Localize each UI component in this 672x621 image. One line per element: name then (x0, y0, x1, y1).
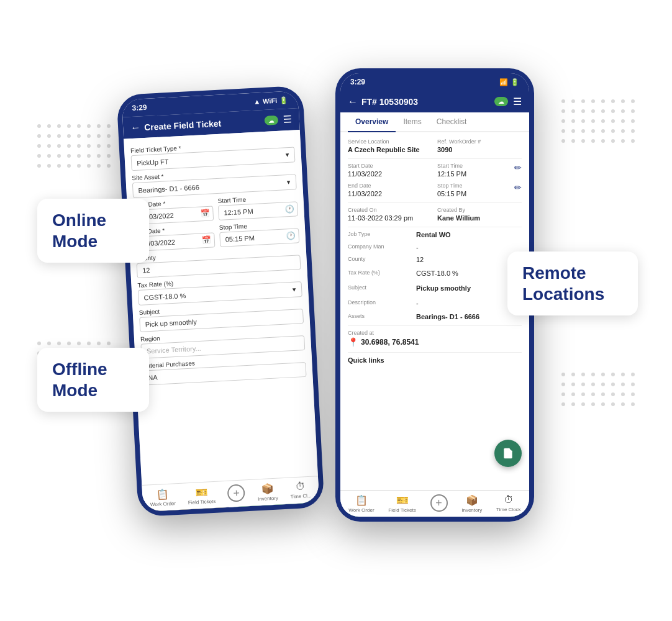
nav-field-tickets-label: Field Tickets (188, 499, 216, 505)
start-time-value: 12:15 PM (437, 170, 466, 178)
dropdown-icon: ▾ (285, 151, 289, 159)
fab-button[interactable] (494, 440, 522, 467)
tax-rate-label: Tax Rate (%) (348, 270, 411, 276)
left-time: 3:29 (132, 103, 147, 112)
add-icon: + (227, 484, 245, 502)
assets-label: Assets (348, 313, 411, 319)
created-at-label: Created at (348, 330, 522, 336)
nav-inventory-label: Inventory (461, 507, 482, 513)
add-icon: + (430, 494, 448, 512)
created-by-value: Kane Willium (437, 214, 522, 222)
created-on-value: 11-03-2022 03:29 pm (348, 214, 432, 222)
tax-rate-value: CGST-18.0 % (416, 270, 458, 277)
right-header-icons: ☁ ☰ (494, 96, 522, 107)
service-location-value: A Czech Republic Site (348, 146, 432, 153)
nav-time-clock[interactable]: ⏱ Time Clock (496, 494, 521, 513)
work-order-icon: 📋 (156, 488, 169, 501)
offline-mode-label: OfflineMode (52, 359, 134, 401)
right-phone-screen: 3:29 📶 🔋 ← FT# 10530903 ☁ ☰ Overview Ite… (340, 73, 529, 517)
left-phone: 3:29 ▲ WiFi 🔋 ← Create Field Ticket ☁ ☰ … (116, 86, 324, 517)
right-status-icons: 📶 🔋 (499, 78, 519, 86)
clock-icon: 🕐 (284, 205, 294, 214)
nav-work-order[interactable]: 📋 Work Order (150, 487, 176, 507)
back-button[interactable]: ← (130, 122, 141, 134)
created-by-label: Created By (437, 207, 522, 213)
nav-time-clock-label: Time Clock (496, 507, 521, 512)
start-time-label: Start Time (437, 163, 466, 169)
nav-work-order-label: Work Order (150, 501, 176, 507)
service-location-label: Service Location (348, 138, 432, 145)
quick-links-label: Quick links (348, 356, 522, 364)
remote-locations-label: RemoteLocations (522, 263, 623, 304)
job-type-value: Rental WO (416, 231, 522, 238)
left-status-icons: ▲ WiFi 🔋 (253, 96, 289, 106)
ref-work-order-value: 3090 (437, 146, 522, 153)
online-mode-label: Online Mode (52, 210, 134, 252)
field-ticket-type-value: PickUp FT (137, 158, 169, 167)
stop-time-label: Stop Time (437, 183, 466, 189)
wifi-icon: 📶 (499, 78, 508, 86)
nav-inventory[interactable]: 📦 Inventory (257, 483, 278, 502)
nav-field-tickets-label: Field Tickets (388, 507, 415, 513)
tab-items[interactable]: Items (396, 112, 429, 131)
right-time: 3:29 (350, 78, 365, 86)
create-field-ticket-form: Field Ticket Type * PickUp FT ▾ Site Ass… (124, 130, 319, 501)
calendar-icon: 📅 (201, 236, 211, 245)
menu-icon[interactable]: ☰ (283, 114, 292, 126)
description-value: - (416, 299, 419, 307)
county-label: County (348, 256, 411, 262)
nav-work-order[interactable]: 📋 Work Order (348, 494, 374, 513)
field-tickets-icon: 🎫 (195, 486, 208, 499)
location-coords: 30.6988, 76.8541 (361, 338, 419, 347)
calendar-icon: 📅 (200, 209, 210, 219)
subject-label: Subject (348, 284, 411, 291)
job-type-label: Job Type (348, 231, 411, 237)
clock-icon: 🕐 (286, 232, 296, 241)
back-button[interactable]: ← (348, 96, 358, 107)
nav-add[interactable]: + (227, 484, 246, 503)
right-header-title: FT# 10530903 (361, 97, 494, 107)
tax-rate-value: CGST-18.0 % (143, 291, 186, 301)
site-asset-value: Bearings- D1 - 6666 (138, 183, 199, 194)
company-man-value: - (416, 243, 522, 251)
time-clock-icon: ⏱ (295, 481, 306, 492)
left-phone-screen: 3:29 ▲ WiFi 🔋 ← Create Field Ticket ☁ ☰ … (122, 91, 319, 512)
dropdown-icon: ▾ (287, 178, 291, 186)
ref-work-order-label: Ref. WorkOrder # (437, 138, 522, 145)
nav-inventory-label: Inventory (258, 496, 278, 502)
assets-value: Bearings- D1 - 6666 (416, 313, 522, 320)
nav-field-tickets[interactable]: 🎫 Field Tickets (188, 486, 216, 505)
left-header-icons: ☁ ☰ (264, 114, 292, 127)
end-date-label: End Date (348, 183, 432, 189)
right-app-header: ← FT# 10530903 ☁ ☰ (340, 91, 529, 112)
right-tabs-bar: Overview Items Checklist (340, 112, 529, 132)
left-header-title: Create Field Ticket (144, 116, 265, 132)
tab-overview[interactable]: Overview (348, 112, 396, 132)
nav-add[interactable]: + (430, 494, 448, 513)
menu-icon[interactable]: ☰ (513, 96, 522, 107)
stop-time-value: 05:15 PM (437, 190, 466, 197)
start-date-value: 11/03/2022 (348, 170, 432, 178)
subject-value: Pickup smoothly (416, 284, 471, 292)
work-order-icon: 📋 (355, 494, 368, 506)
tab-checklist[interactable]: Checklist (429, 112, 474, 131)
nav-time-clock[interactable]: ⏱ Time Cl... (289, 481, 311, 501)
created-on-label: Created On (348, 207, 432, 213)
description-label: Description (348, 299, 411, 306)
dropdown-icon: ▾ (293, 286, 297, 294)
battery-icon: 🔋 (279, 96, 289, 104)
right-bottom-nav: 📋 Work Order 🎫 Field Tickets + 📦 Invento… (340, 490, 529, 517)
time-clock-icon: ⏱ (504, 494, 514, 505)
nav-field-tickets[interactable]: 🎫 Field Tickets (388, 494, 415, 513)
company-man-label: Company Man (348, 243, 411, 250)
location-pin-icon: 📍 (348, 337, 358, 347)
county-value: 12 (416, 256, 522, 263)
signal-icon: ▲ (253, 97, 261, 106)
offline-mode-bubble: OfflineMode (37, 348, 149, 412)
cloud-sync-icon: ☁ (494, 97, 508, 106)
remote-locations-bubble: RemoteLocations (507, 252, 638, 315)
nav-work-order-label: Work Order (348, 507, 374, 513)
edit-stop-time-icon[interactable]: ✏ (514, 183, 522, 193)
edit-start-time-icon[interactable]: ✏ (514, 163, 522, 173)
nav-inventory[interactable]: 📦 Inventory (461, 494, 482, 513)
